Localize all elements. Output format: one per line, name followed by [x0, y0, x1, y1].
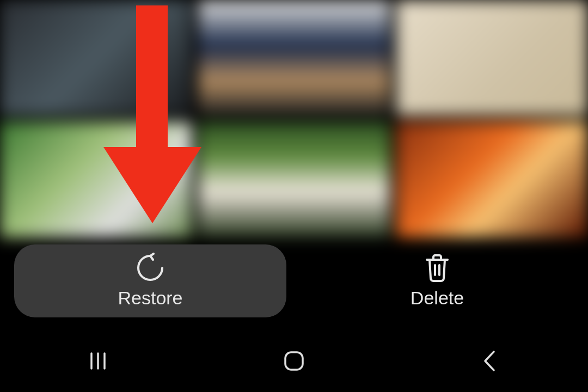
photo-grid [0, 0, 588, 237]
photo-thumbnail[interactable] [198, 0, 390, 115]
restore-label: Restore [118, 287, 182, 309]
delete-button[interactable]: Delete [286, 244, 588, 317]
home-icon [283, 350, 305, 375]
delete-label: Delete [411, 287, 464, 309]
navigation-bar [0, 332, 588, 392]
grid-row [0, 0, 588, 115]
photo-thumbnail[interactable] [0, 122, 192, 237]
restore-button[interactable]: Restore [14, 244, 286, 317]
photo-thumbnail[interactable] [0, 0, 192, 115]
action-bar: Restore Delete [0, 237, 588, 324]
photo-thumbnail[interactable] [396, 122, 588, 237]
nav-home-button[interactable] [240, 346, 348, 378]
photo-thumbnail[interactable] [396, 0, 588, 115]
recents-icon [87, 350, 109, 374]
svg-rect-5 [285, 352, 303, 370]
restore-icon [135, 254, 166, 282]
photo-thumbnail[interactable] [198, 122, 390, 237]
back-icon [480, 350, 500, 375]
nav-back-button[interactable] [436, 346, 544, 378]
nav-recents-button[interactable] [44, 346, 152, 378]
grid-row [0, 122, 588, 237]
trash-icon [424, 254, 451, 282]
